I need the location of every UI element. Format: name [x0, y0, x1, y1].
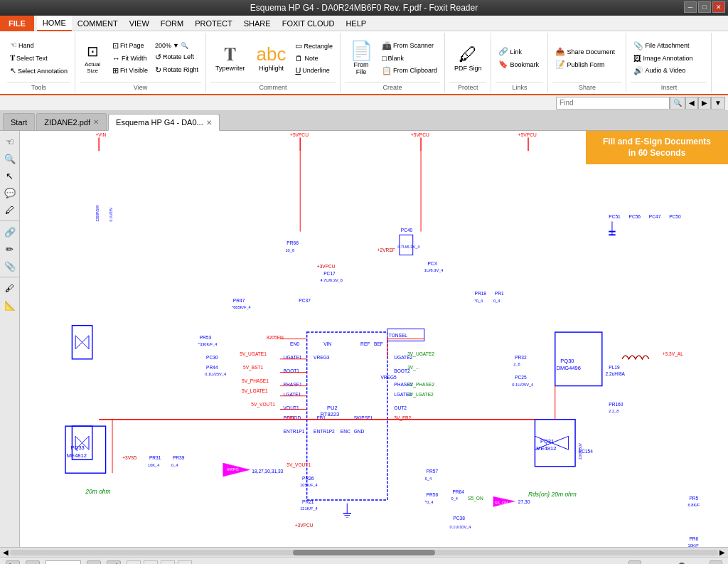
note-button[interactable]: 🗒 Note — [292, 53, 336, 64]
hscroll-left-button[interactable]: ◀ — [3, 548, 9, 556]
svg-text:BEF: BEF — [374, 341, 383, 346]
sidebar-link-tool[interactable]: 🔗 — [2, 224, 18, 240]
svg-text:0.1U/25V_4: 0.1U/25V_4 — [512, 383, 533, 387]
sidebar-signature-tool[interactable]: 🖋 — [2, 280, 18, 296]
sidebar-attachment-tool[interactable]: 📎 — [2, 258, 18, 274]
rotate-right-button[interactable]: ↻ Rotate Right — [152, 64, 201, 76]
rectangle-icon: ▭ — [295, 41, 302, 50]
from-file-button[interactable]: 📄 From File — [345, 37, 378, 79]
highlight-button[interactable]: abc Highlight — [251, 41, 291, 75]
continuous-view-button[interactable]: ≡ — [144, 560, 158, 565]
svg-text:ME4812: ME4812 — [536, 445, 556, 452]
svg-text:0_4: 0_4 — [171, 463, 178, 467]
search-options-button[interactable]: ▼ — [711, 97, 725, 110]
fit-page-status-button[interactable]: ⊡ — [127, 560, 141, 565]
audio-video-button[interactable]: 🔊 Audio & Video — [631, 65, 695, 77]
select-text-button[interactable]: 𝐓 Select Text — [7, 52, 70, 64]
search-input[interactable] — [556, 97, 670, 110]
fit-page-icon: ⊡ — [112, 41, 119, 50]
svg-text:0.1U/25V: 0.1U/25V — [109, 207, 113, 221]
sidebar-zoom-tool[interactable]: 🔍 — [2, 151, 18, 166]
select-annotation-button[interactable]: ↖ Select Annotation — [7, 65, 70, 77]
close-button[interactable]: ✕ — [712, 1, 725, 13]
pdfsign-content: 🖊 PDF Sign — [449, 34, 487, 82]
next-page-button[interactable]: ▶ — [87, 560, 101, 565]
actual-size-button[interactable]: ⊡ Actual Size — [80, 41, 105, 76]
search-next-button[interactable]: ▶ — [698, 97, 711, 110]
share-document-button[interactable]: 📤 Share Document — [552, 46, 618, 58]
menu-file[interactable]: FILE — [0, 16, 34, 31]
maximize-button[interactable]: □ — [698, 1, 711, 13]
underline-button[interactable]: U Underline — [292, 65, 336, 76]
underline-icon: U — [295, 66, 301, 75]
svg-text:3V_UGATE2: 3V_UGATE2 — [407, 351, 434, 357]
fit-visible-icon: ⊞ — [112, 66, 119, 75]
svg-text:PR64: PR64 — [452, 489, 464, 494]
svg-text:ENTR1P2: ENTR1P2 — [314, 429, 335, 434]
fit-page-button[interactable]: ⊡ Fit Page — [109, 40, 151, 52]
link-icon: 🔗 — [498, 47, 508, 56]
prev-page-button[interactable]: ◀ — [26, 560, 40, 565]
bookmark-button[interactable]: 🔖 Bookmark — [496, 58, 542, 70]
zoom-in-button[interactable]: + — [710, 560, 722, 565]
fit-visible-button[interactable]: ⊞ Fit Visible — [109, 65, 151, 77]
svg-text:10K_4: 10K_4 — [148, 463, 159, 467]
tab-esquema[interactable]: Esquema HP G4 - DA0... ✕ — [108, 114, 220, 131]
menu-protect[interactable]: PROTECT — [189, 16, 238, 31]
link-button[interactable]: 🔗 Link — [496, 46, 542, 58]
hscroll-track[interactable] — [10, 550, 718, 555]
menu-comment[interactable]: COMMENT — [72, 16, 124, 31]
menu-foxit-cloud[interactable]: FOXIT CLOUD — [277, 16, 341, 31]
search-button[interactable]: 🔍 — [670, 97, 685, 110]
minimize-button[interactable]: ─ — [684, 1, 697, 13]
tab-esquema-close[interactable]: ✕ — [206, 119, 212, 127]
search-prev-button[interactable]: ◀ — [685, 97, 698, 110]
typewriter-button[interactable]: 𝐓 Typewriter — [210, 41, 250, 75]
left-sidebar: ☜ 🔍 ↖ 💬 🖊 🔗 ✏ 📎 🖋 📐 — [0, 131, 20, 547]
sidebar-comment-tool[interactable]: 💬 — [2, 185, 18, 201]
horizontal-scrollbar[interactable]: ◀ ▶ — [0, 547, 728, 557]
menu-view[interactable]: VIEW — [124, 16, 155, 31]
facing-view-button[interactable]: ⊞ — [161, 560, 175, 565]
rotate-left-button[interactable]: ↺ Rotate Left — [152, 51, 201, 63]
menu-help[interactable]: HELP — [340, 16, 372, 31]
split-view-button[interactable]: ⊟ — [178, 560, 192, 565]
hscroll-thumb[interactable] — [293, 550, 434, 555]
zoom-select[interactable]: 200% ▼ 🔍 — [152, 41, 201, 50]
blank-button[interactable]: □ Blank — [379, 53, 440, 64]
hand-button[interactable]: ☜ Hand — [7, 39, 70, 51]
hscroll-right-button[interactable]: ▶ — [719, 548, 725, 556]
sidebar-select-tool[interactable]: ↖ — [2, 168, 18, 183]
menu-share[interactable]: SHARE — [238, 16, 277, 31]
pdf-sign-button[interactable]: 🖊 PDF Sign — [449, 41, 487, 75]
menu-form[interactable]: FORM — [155, 16, 189, 31]
svg-text:*665K/F_4: *665K/F_4 — [232, 305, 251, 309]
from-clipboard-button[interactable]: 📋 From Clipboard — [379, 65, 440, 77]
image-annotation-button[interactable]: 🖼 Image Annotation — [631, 53, 695, 64]
sidebar-measure-tool[interactable]: 📐 — [2, 297, 18, 313]
file-attachment-button[interactable]: 📎 File Attachment — [631, 40, 695, 52]
rectangle-button[interactable]: ▭ Rectangle — [292, 40, 336, 52]
from-scanner-button[interactable]: 📠 From Scanner — [379, 40, 440, 52]
fit-width-button[interactable]: ↔ Fit Width — [109, 53, 151, 64]
canvas-area[interactable]: Fill and E-Sign Documents in 60 Seconds … — [20, 131, 728, 547]
menu-home[interactable]: HOME — [37, 16, 72, 31]
sidebar-stamp-tool[interactable]: 🖊 — [2, 202, 18, 218]
zoom-out-button[interactable]: − — [628, 560, 641, 565]
svg-text:PR1: PR1 — [495, 291, 504, 296]
tab-zidane[interactable]: ZIDANE2.pdf ✕ — [36, 113, 107, 130]
svg-text:+2VREF: +2VREF — [378, 248, 395, 252]
notify-title: Fill and E-Sign Documents in 60 Seconds — [593, 137, 721, 159]
svg-text:18,27,30,31,33: 18,27,30,31,33 — [252, 469, 283, 474]
page-number-input[interactable] — [46, 560, 81, 565]
last-page-button[interactable]: ▶| — [107, 560, 121, 565]
sidebar-hand-tool[interactable]: ☜ — [2, 134, 18, 149]
publish-form-button[interactable]: 📝 Publish Form — [552, 58, 618, 70]
window-controls[interactable]: ─ □ ✕ — [684, 1, 725, 13]
first-page-button[interactable]: |◀ — [6, 560, 20, 565]
tab-start[interactable]: Start — [3, 113, 35, 130]
sidebar-highlight-tool[interactable]: ✏ — [2, 241, 18, 257]
tab-zidane-close[interactable]: ✕ — [93, 118, 99, 126]
notification-panel[interactable]: Fill and E-Sign Documents in 60 Seconds — [586, 131, 728, 164]
title-bar: Esquema HP G4 - DA0R24MB6F0 Rev. F.pdf -… — [0, 0, 728, 16]
